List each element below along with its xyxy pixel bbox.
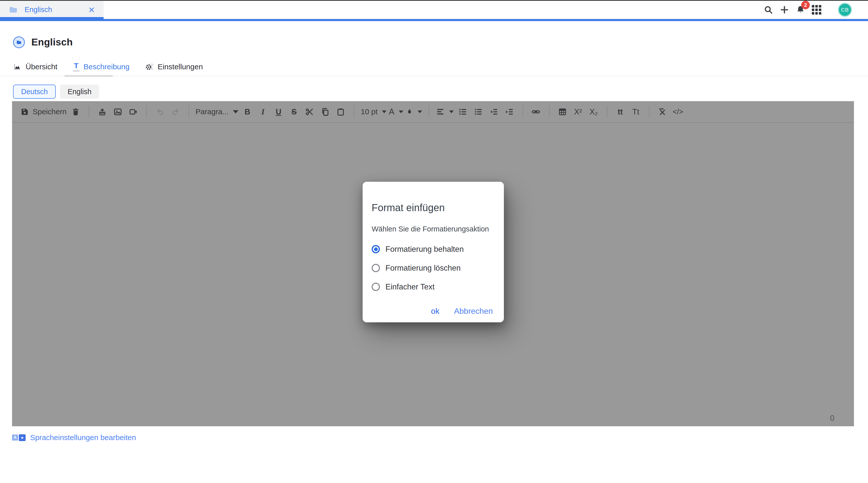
gear-icon xyxy=(145,62,154,71)
dialog-actions: ok Abbrechen xyxy=(431,306,493,316)
tab-label: Einstellungen xyxy=(158,62,203,71)
language-button-english[interactable]: English xyxy=(60,85,99,99)
header-accent-bar xyxy=(0,19,868,21)
chart-icon xyxy=(13,62,22,71)
dialog-radio-1[interactable]: Formatierung löschen xyxy=(372,264,493,272)
radio-icon xyxy=(372,283,380,291)
notifications-button[interactable]: 2 xyxy=(795,4,806,16)
notification-badge: 2 xyxy=(801,1,810,9)
text-format-icon: T xyxy=(73,62,80,71)
topbar-actions: 2 CB xyxy=(763,1,868,19)
apps-grid-icon xyxy=(812,5,821,14)
browser-tab-englisch[interactable]: Englisch xyxy=(0,1,104,19)
search-button[interactable] xyxy=(763,4,774,16)
dialog-title: Format einfügen xyxy=(372,202,493,213)
language-settings-link[interactable]: A ★ Spracheinstellungen bearbeiten xyxy=(0,433,136,442)
add-button[interactable] xyxy=(779,4,790,16)
entity-header: Englisch xyxy=(0,30,868,54)
dialog-radio-2[interactable]: Einfacher Text xyxy=(372,282,493,291)
tabs-divider xyxy=(0,76,868,76)
radio-icon xyxy=(372,264,380,272)
app-header: Englisch 2 CB xyxy=(0,1,868,19)
tab-label: Beschreibung xyxy=(84,62,129,71)
plus-icon xyxy=(779,5,789,15)
tab-einstellungen[interactable]: Einstellungen xyxy=(145,62,203,71)
active-tab-accent xyxy=(0,17,104,19)
ok-button[interactable]: ok xyxy=(431,306,439,316)
dialog-radio-0[interactable]: Formatierung behalten xyxy=(372,245,493,253)
folder-icon xyxy=(16,39,22,45)
page-title: Englisch xyxy=(31,37,73,48)
dialog-options: Formatierung behalten Formatierung lösch… xyxy=(372,245,493,291)
dialog-subtitle: Wählen Sie die Formatierungsaktion xyxy=(372,225,493,233)
language-button-deutsch[interactable]: Deutsch xyxy=(13,85,56,99)
page-tabs: Übersicht T Beschreibung Einstellungen xyxy=(0,61,868,72)
tab-beschreibung[interactable]: T Beschreibung xyxy=(73,62,129,71)
radio-icon xyxy=(372,245,380,253)
format-dialog: Format einfügen Wählen Sie die Formatier… xyxy=(363,182,504,322)
apps-button[interactable] xyxy=(811,4,822,16)
browser-tab-title: Englisch xyxy=(25,5,52,14)
translate-icon: A ★ xyxy=(12,434,26,441)
tab-label: Übersicht xyxy=(26,62,58,71)
course-folder-badge xyxy=(13,36,25,48)
language-switch: Deutsch English xyxy=(0,85,868,99)
cancel-button[interactable]: Abbrechen xyxy=(454,306,493,316)
folder-icon xyxy=(8,5,18,14)
user-avatar[interactable]: CB xyxy=(838,3,852,17)
language-settings-label: Spracheinstellungen bearbeiten xyxy=(30,433,136,442)
active-tab-underline xyxy=(64,75,113,77)
tab-uebersicht[interactable]: Übersicht xyxy=(13,62,58,71)
close-icon[interactable] xyxy=(87,5,97,15)
search-icon xyxy=(763,5,773,15)
